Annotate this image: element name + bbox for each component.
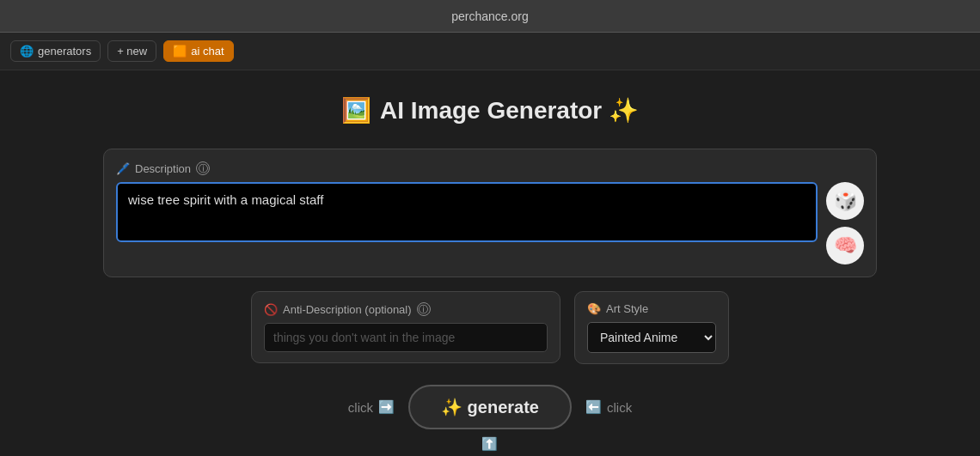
description-section: 🖊️ Description ⓘ wise tree spirit with a… <box>103 149 877 277</box>
click-hint-left: click ➡️ <box>348 399 395 415</box>
dice-emoji: 🎲 <box>834 190 857 212</box>
nav-new[interactable]: + new <box>107 40 156 62</box>
art-style-label-text: Art Style <box>606 302 648 315</box>
generate-row: click ➡️ ✨ generate ⬅️ click <box>348 385 632 429</box>
click-hint-bottom: ⬆️ click <box>477 436 502 456</box>
browser-url: perchance.org <box>451 9 529 23</box>
main-content: 🖼️ AI Image Generator ✨ 🖊️ Description ⓘ… <box>0 70 980 456</box>
art-style-select[interactable]: Painted Anime Realistic Anime Digital Ar… <box>587 322 716 353</box>
anti-desc-label-text: Anti-Description (optional) <box>283 303 412 316</box>
description-label: 🖊️ Description ⓘ <box>116 161 864 175</box>
anti-description-label: 🚫 Anti-Description (optional) ⓘ <box>264 302 548 316</box>
description-info-icon[interactable]: ⓘ <box>196 161 210 175</box>
click-label-right: click <box>607 400 632 415</box>
nav-generators[interactable]: 🌐 generators <box>10 40 101 62</box>
art-style-section: 🎨 Art Style Painted Anime Realistic Anim… <box>574 291 729 364</box>
ai-chat-label: ai chat <box>191 45 224 58</box>
art-style-label: 🎨 Art Style <box>587 302 716 315</box>
anti-desc-emoji: 🚫 <box>264 303 278 316</box>
options-row: 🚫 Anti-Description (optional) ⓘ 🎨 Art St… <box>103 291 877 364</box>
ai-chat-emoji: 🟧 <box>173 45 187 58</box>
page-title: 🖼️ AI Image Generator ✨ <box>341 96 639 125</box>
brain-button[interactable]: 🧠 <box>826 227 864 264</box>
generate-button[interactable]: ✨ generate <box>408 385 572 429</box>
new-label: + new <box>117 45 147 58</box>
nav-ai-chat[interactable]: 🟧 ai chat <box>163 40 233 62</box>
description-row: wise tree spirit with a magical staff 🎲 … <box>116 182 864 264</box>
side-buttons: 🎲 🧠 <box>826 182 864 264</box>
click-label-left: click <box>348 400 373 415</box>
art-style-emoji: 🎨 <box>587 302 601 315</box>
description-emoji: 🖊️ <box>116 162 130 175</box>
generators-label: generators <box>38 45 91 58</box>
click-arrow-right: ⬅️ <box>585 399 602 415</box>
page-title-emoji: 🖼️ <box>341 96 371 125</box>
generators-icon: 🌐 <box>20 45 34 58</box>
dice-button[interactable]: 🎲 <box>826 182 864 220</box>
generate-button-label: ✨ generate <box>441 397 539 417</box>
click-up-arrow: ⬆️ <box>481 436 498 452</box>
page-title-text: AI Image Generator ✨ <box>380 96 639 125</box>
description-textarea[interactable]: wise tree spirit with a magical staff <box>116 182 818 242</box>
nav-bar: 🌐 generators + new 🟧 ai chat <box>0 33 980 70</box>
anti-description-section: 🚫 Anti-Description (optional) ⓘ <box>251 291 560 363</box>
anti-desc-info-icon[interactable]: ⓘ <box>417 302 431 316</box>
click-hint-right: ⬅️ click <box>585 399 632 415</box>
description-label-text: Description <box>135 162 191 175</box>
browser-bar: perchance.org <box>0 0 980 33</box>
generate-section: click ➡️ ✨ generate ⬅️ click ⬆️ click <box>348 385 632 456</box>
brain-emoji: 🧠 <box>834 234 857 257</box>
anti-description-input[interactable] <box>264 323 548 352</box>
click-arrow-left: ➡️ <box>378 399 395 415</box>
